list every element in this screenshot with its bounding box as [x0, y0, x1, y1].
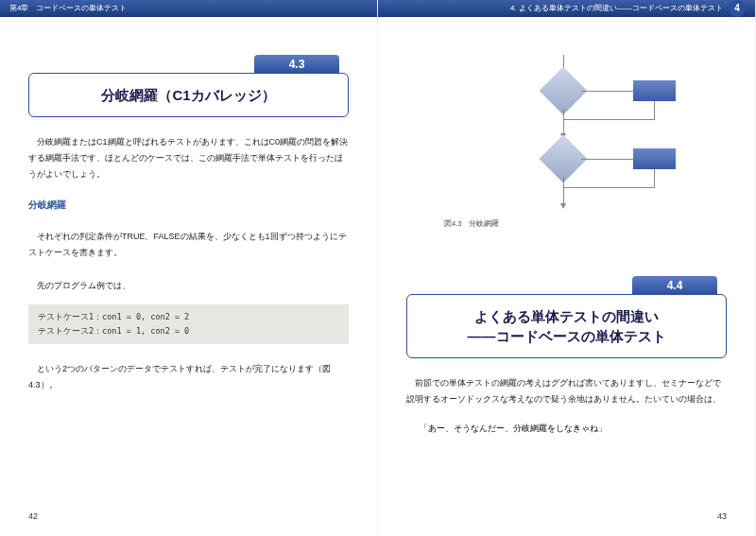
page-num-left: 42	[28, 511, 38, 521]
para-43-1: 分岐網羅またはC1網羅と呼ばれるテストがあります、これはC0網羅の問題を解決する…	[28, 134, 349, 182]
figure-flowchart	[406, 55, 727, 216]
section-title-44: よくある単体テストの間違い ――コードベースの単体テスト	[406, 294, 727, 358]
code-line-1: テストケース1：con1 = 0, con2 = 2	[38, 310, 339, 324]
page-right: 4. よくある単体テストの間違い――コードベースの単体テスト 4 図4.3 分岐…	[378, 0, 756, 536]
flow-arrow	[654, 101, 655, 120]
section-4-3: 4.3 分岐網羅（C1カバレッジ）	[28, 55, 349, 117]
quote-44: 「あー、そうなんだー、分岐網羅をしなきゃね」	[420, 423, 728, 435]
section-4-4: 4.4 よくある単体テストの間違い ――コードベースの単体テスト	[406, 276, 727, 358]
para-43-4: という2つのパターンのデータでテストすれば、テストが完了になります（図4.3）。	[28, 361, 349, 393]
rect-shape	[633, 80, 676, 101]
code-line-2: テストケース2：con1 = 1, con2 = 0	[38, 324, 339, 338]
page-num-right: 43	[717, 511, 727, 521]
para-44-1: 前節での単体テストの網羅の考えはググれば書いてありますし、セミナーなどで説明する…	[406, 375, 727, 407]
arrow-head-icon	[560, 203, 566, 209]
code-box-testcases: テストケース1：con1 = 0, con2 = 2 テストケース2：con1 …	[28, 304, 349, 345]
header-right-text: 4. よくある単体テストの間違い――コードベースの単体テスト	[510, 0, 723, 17]
para-43-2: それぞれの判定条件がTRUE、FALSEの結果を、少なくとも1回ずつ持つようにテ…	[28, 229, 349, 261]
diamond-shape	[540, 135, 588, 183]
section-num-tab-43: 4.3	[254, 55, 339, 74]
para-43-3: 先のプログラム例では、	[28, 278, 349, 294]
flow-arrow	[581, 91, 633, 92]
flow-arrow	[563, 119, 655, 120]
section-num-tab-44: 4.4	[632, 276, 717, 295]
figure-caption: 図4.3 分岐網羅	[444, 219, 727, 229]
flow-arrow	[581, 159, 633, 160]
flow-arrow	[563, 109, 564, 135]
flow-arrow	[563, 177, 564, 205]
section-title-44-l1: よくある単体テストの間違い	[413, 306, 720, 326]
rect-shape	[633, 148, 676, 169]
flow-arrow	[563, 187, 655, 188]
flow-arrow	[654, 169, 655, 188]
header-bar-left: 第4章 コードベースの単体テスト	[0, 0, 377, 17]
section-title-43: 分岐網羅（C1カバレッジ）	[28, 73, 349, 117]
section-title-44-l2: ――コードベースの単体テスト	[413, 326, 720, 346]
subheading-branch: 分岐網羅	[28, 199, 349, 212]
diamond-shape	[540, 67, 588, 115]
header-left-text: 第4章 コードベースの単体テスト	[9, 4, 127, 12]
page-left: 第4章 コードベースの単体テスト 4.3 分岐網羅（C1カバレッジ） 分岐網羅ま…	[0, 0, 378, 536]
chapter-badge: 4	[729, 0, 746, 17]
header-bar-right: 4. よくある単体テストの間違い――コードベースの単体テスト 4	[378, 0, 755, 17]
